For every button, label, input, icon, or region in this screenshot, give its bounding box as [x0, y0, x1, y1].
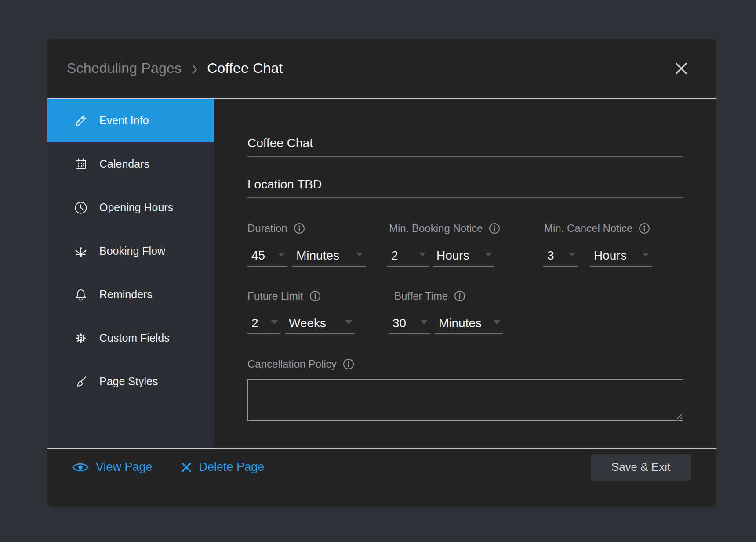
buffer-time-label: Buffer Time: [394, 289, 465, 303]
gear-icon: [74, 331, 88, 345]
location-input[interactable]: [247, 177, 683, 198]
info-icon[interactable]: [454, 290, 465, 302]
clock-icon: [74, 201, 88, 215]
save-exit-button[interactable]: Save & Exit: [591, 454, 691, 481]
paintbrush-icon: [74, 375, 88, 389]
chevron-down-icon: [271, 320, 278, 324]
chevron-down-icon: [278, 253, 285, 257]
cancellation-policy-textarea[interactable]: [247, 379, 683, 421]
breadcrumb-chevron-icon: [191, 63, 198, 76]
event-name-input[interactable]: [247, 136, 683, 157]
min-cancel-notice-label: Min. Cancel Notice: [544, 222, 650, 235]
chevron-down-icon: [419, 253, 426, 257]
duration-label: Duration: [247, 222, 389, 235]
info-icon[interactable]: [489, 223, 500, 234]
view-page-link[interactable]: View Page: [72, 460, 153, 474]
scheduling-page-editor-modal: Scheduling Pages Coffee Chat Event Info: [47, 39, 716, 507]
min-booking-notice-value-select[interactable]: 2: [387, 248, 429, 267]
breadcrumb-scheduling-pages[interactable]: Scheduling Pages: [67, 60, 182, 76]
sidebar-item-label: Event Info: [99, 114, 149, 127]
buffer-time-value-select[interactable]: 30: [389, 315, 430, 334]
chevron-down-icon: [493, 320, 500, 324]
chevron-down-icon: [345, 320, 352, 324]
info-icon[interactable]: [343, 358, 354, 370]
sidebar-item-page-styles[interactable]: Page Styles: [47, 360, 214, 403]
chevron-down-icon: [485, 253, 492, 257]
flow-icon: [74, 244, 88, 258]
duration-value-select[interactable]: 45: [247, 248, 287, 267]
close-icon[interactable]: [672, 59, 691, 78]
delete-x-icon: [180, 461, 193, 473]
sidebar-item-reminders[interactable]: Reminders: [47, 273, 214, 316]
min-cancel-notice-value-select[interactable]: 3: [543, 248, 578, 267]
calendar-icon: [74, 157, 88, 171]
bell-icon: [74, 288, 88, 302]
chevron-down-icon: [356, 253, 363, 257]
event-info-panel: Duration Min. Booking Notice Min. Cancel…: [214, 99, 716, 448]
sidebar-item-label: Custom Fields: [99, 332, 170, 344]
eye-icon: [72, 461, 89, 473]
future-limit-value-select[interactable]: 2: [247, 315, 280, 334]
delete-page-link[interactable]: Delete Page: [180, 460, 265, 474]
min-booking-notice-unit-select[interactable]: Hours: [433, 248, 494, 267]
chevron-down-icon: [421, 320, 428, 324]
sidebar-item-label: Calendars: [99, 158, 149, 170]
page-title: Coffee Chat: [207, 60, 283, 76]
sidebar-item-opening-hours[interactable]: Opening Hours: [47, 186, 214, 229]
chevron-down-icon: [642, 253, 649, 257]
sidebar-item-booking-flow[interactable]: Booking Flow: [47, 229, 214, 273]
future-limit-unit-select[interactable]: Weeks: [285, 315, 355, 334]
info-icon[interactable]: [294, 223, 305, 234]
chevron-down-icon: [568, 253, 575, 257]
sidebar-item-label: Opening Hours: [99, 201, 173, 214]
sidebar-item-custom-fields[interactable]: Custom Fields: [47, 316, 214, 360]
info-icon[interactable]: [309, 290, 321, 302]
future-limit-label: Future Limit: [247, 289, 394, 303]
info-icon[interactable]: [639, 223, 650, 234]
cancellation-policy-label: Cancellation Policy: [247, 358, 354, 371]
sidebar-item-label: Page Styles: [99, 375, 158, 388]
modal-footer: View Page Delete Page Save & Exit: [47, 448, 716, 507]
sidebar-item-label: Reminders: [99, 288, 153, 301]
sidebar: Event Info Calendars: [47, 99, 214, 448]
modal-body: Event Info Calendars: [47, 99, 716, 448]
sidebar-item-event-info[interactable]: Event Info: [47, 99, 214, 142]
min-cancel-notice-unit-select[interactable]: Hours: [590, 248, 652, 267]
buffer-time-unit-select[interactable]: Minutes: [435, 315, 503, 334]
sidebar-item-label: Booking Flow: [99, 245, 165, 257]
modal-header: Scheduling Pages Coffee Chat: [47, 39, 716, 99]
min-booking-notice-label: Min. Booking Notice: [389, 222, 544, 235]
duration-unit-select[interactable]: Minutes: [292, 248, 366, 267]
pencil-icon: [74, 114, 88, 128]
sidebar-item-calendars[interactable]: Calendars: [47, 142, 214, 186]
